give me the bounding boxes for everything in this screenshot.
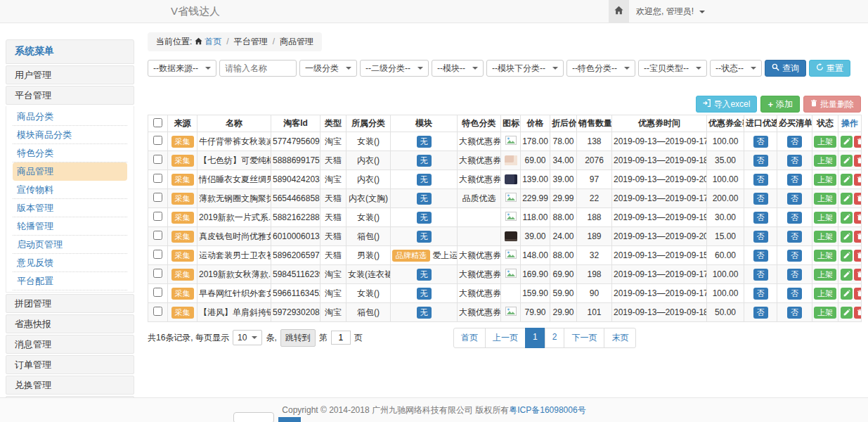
must-buy-toggle[interactable]: 否 — [787, 193, 802, 205]
must-buy-toggle[interactable]: 否 — [787, 136, 802, 148]
batch-delete-button[interactable]: 批量删除 — [803, 96, 861, 113]
import-select-toggle[interactable]: 否 — [753, 136, 768, 148]
must-buy-toggle[interactable]: 否 — [787, 231, 802, 243]
add-button[interactable]: + 添加 — [760, 96, 800, 113]
sidebar-group-order-management[interactable]: 订单管理 — [6, 355, 134, 374]
page-button-prev[interactable]: 上一页 — [485, 328, 526, 348]
module-badge[interactable]: 无 — [417, 136, 432, 148]
status-badge[interactable]: 上架 — [814, 288, 836, 300]
filter-select-module-subcategory[interactable]: --模块下分类-- — [486, 60, 564, 77]
import-select-toggle[interactable]: 否 — [753, 250, 768, 262]
sidebar-group-group-buy-management[interactable]: 拼团管理 — [6, 294, 134, 313]
sidebar-item-feature-category[interactable]: 特色分类 — [13, 144, 127, 162]
edit-button[interactable] — [841, 193, 853, 205]
module-badge[interactable]: 品牌精选 — [392, 250, 430, 262]
delete-button[interactable] — [854, 193, 862, 205]
select-all-checkbox[interactable] — [153, 118, 162, 127]
sidebar-item-promo-materials[interactable]: 宣传物料 — [13, 181, 127, 199]
edit-button[interactable] — [841, 212, 853, 224]
sidebar-item-product-management[interactable]: 商品管理 — [13, 162, 127, 181]
sidebar-item-carousel-management[interactable]: 轮播管理 — [13, 217, 127, 236]
module-badge[interactable]: 无 — [417, 307, 432, 319]
sidebar-item-version-management[interactable]: 版本管理 — [13, 199, 127, 217]
import-select-toggle[interactable]: 否 — [753, 307, 768, 319]
row-checkbox[interactable] — [153, 269, 162, 278]
delete-button[interactable] — [854, 307, 862, 319]
module-badge[interactable]: 无 — [417, 193, 432, 205]
filter-select-module[interactable]: --模块-- — [432, 60, 484, 77]
delete-button[interactable] — [854, 231, 862, 243]
row-checkbox[interactable] — [153, 231, 162, 240]
filter-select-feature-category[interactable]: --特色分类-- — [566, 60, 635, 77]
edit-button[interactable] — [841, 155, 853, 167]
home-button[interactable] — [609, 0, 629, 23]
filter-select-level1-category[interactable]: 一级分类 — [299, 60, 357, 77]
import-select-toggle[interactable]: 否 — [753, 288, 768, 300]
must-buy-toggle[interactable]: 否 — [787, 155, 802, 167]
sidebar-item-feedback[interactable]: 意见反馈 — [13, 254, 127, 272]
status-badge[interactable]: 上架 — [814, 250, 836, 262]
module-badge[interactable]: 无 — [417, 288, 432, 300]
status-badge[interactable]: 上架 — [814, 231, 836, 243]
delete-button[interactable] — [854, 250, 862, 262]
sidebar-group-user-management[interactable]: 用户管理 — [6, 65, 134, 84]
jump-button[interactable]: 跳转到 — [280, 329, 316, 347]
breadcrumb-home-link[interactable]: 首页 — [205, 37, 221, 46]
edit-button[interactable] — [841, 136, 853, 148]
edit-button[interactable] — [841, 231, 853, 243]
sidebar-group-platform-management[interactable]: 平台管理 — [6, 86, 134, 105]
delete-button[interactable] — [854, 269, 862, 281]
must-buy-toggle[interactable]: 否 — [787, 212, 802, 224]
delete-button[interactable] — [854, 155, 862, 167]
module-badge[interactable]: 无 — [417, 231, 432, 243]
sidebar-item-splash-page-management[interactable]: 启动页管理 — [13, 236, 127, 254]
edit-button[interactable] — [841, 174, 853, 186]
import-select-toggle[interactable]: 否 — [753, 269, 768, 281]
must-buy-toggle[interactable]: 否 — [787, 250, 802, 262]
status-badge[interactable]: 上架 — [814, 136, 836, 148]
status-badge[interactable]: 上架 — [814, 307, 836, 319]
must-buy-toggle[interactable]: 否 — [787, 288, 802, 300]
edit-button[interactable] — [841, 269, 853, 281]
import-select-toggle[interactable]: 否 — [753, 212, 768, 224]
must-buy-toggle[interactable]: 否 — [787, 307, 802, 319]
edit-button[interactable] — [841, 288, 853, 300]
row-checkbox[interactable] — [153, 193, 162, 202]
user-menu[interactable]: 欢迎您, 管理员! — [636, 0, 705, 23]
module-badge[interactable]: 无 — [417, 212, 432, 224]
must-buy-toggle[interactable]: 否 — [787, 174, 802, 186]
page-button-last[interactable]: 末页 — [604, 328, 636, 348]
page-button-page-2[interactable]: 2 — [545, 328, 565, 348]
name-search-input[interactable] — [219, 60, 297, 77]
delete-button[interactable] — [854, 174, 862, 186]
import-select-toggle[interactable]: 否 — [753, 193, 768, 205]
module-badge[interactable]: 无 — [417, 155, 432, 167]
jump-page-input[interactable] — [331, 331, 351, 345]
status-badge[interactable]: 上架 — [814, 155, 836, 167]
sidebar-item-product-category[interactable]: 商品分类 — [13, 108, 127, 126]
module-badge[interactable]: 无 — [417, 174, 432, 186]
delete-button[interactable] — [854, 288, 862, 300]
status-badge[interactable]: 上架 — [814, 174, 836, 186]
row-checkbox[interactable] — [153, 288, 162, 297]
import-select-toggle[interactable]: 否 — [753, 174, 768, 186]
edit-button[interactable] — [841, 250, 853, 262]
row-checkbox[interactable] — [153, 136, 162, 145]
filter-select-data-source[interactable]: --数据来源-- — [148, 60, 216, 77]
row-checkbox[interactable] — [153, 155, 162, 164]
delete-button[interactable] — [854, 212, 862, 224]
sidebar-item-module-product-category[interactable]: 模块商品分类 — [13, 126, 127, 144]
row-checkbox[interactable] — [153, 212, 162, 221]
row-checkbox[interactable] — [153, 307, 162, 316]
icp-link[interactable]: 粤ICP备16098006号 — [509, 405, 585, 415]
import-excel-button[interactable]: 导入excel — [696, 96, 757, 113]
delete-button[interactable] — [854, 136, 862, 148]
filter-select-status[interactable]: --状态-- — [710, 60, 762, 77]
reset-button[interactable]: 重置 — [809, 60, 850, 77]
filter-select-item-type[interactable]: --宝贝类型-- — [638, 60, 707, 77]
sidebar-group-saving-express[interactable]: 省惠快报 — [6, 314, 134, 333]
import-select-toggle[interactable]: 否 — [753, 231, 768, 243]
status-badge[interactable]: 上架 — [814, 193, 836, 205]
status-badge[interactable]: 上架 — [814, 212, 836, 224]
filter-select-level2-category[interactable]: --二级分类-- — [360, 60, 429, 77]
